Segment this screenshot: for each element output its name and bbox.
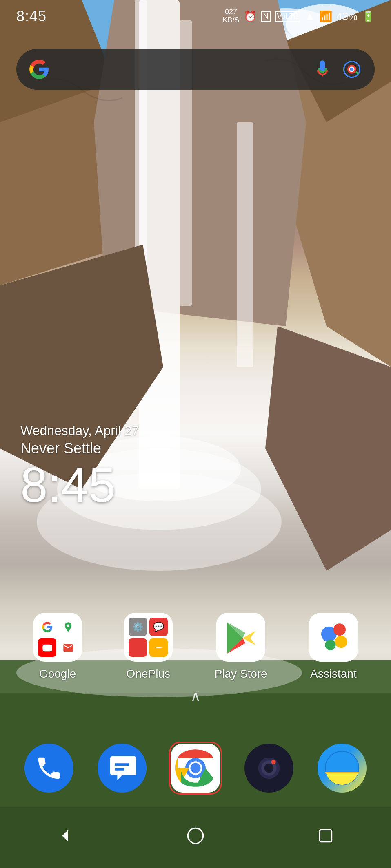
nav-home-button[interactable] [177, 817, 214, 858]
dock-weather[interactable] [315, 742, 369, 795]
oneplus-folder-icon: ⚙️ 💬 − [124, 613, 173, 662]
svg-point-27 [335, 636, 347, 648]
google-folder-icon [33, 613, 82, 662]
dock-chrome[interactable] [169, 742, 222, 795]
nav-recents-button[interactable] [307, 817, 344, 858]
battery-level: 43% [336, 10, 358, 23]
svg-rect-40 [325, 773, 359, 785]
app-playstore[interactable]: Play Store [215, 613, 267, 680]
wifi-icon: ▲ [304, 10, 315, 23]
clock-motto: Never Settle [20, 440, 139, 457]
dock-camera[interactable] [242, 742, 295, 795]
google-folder-label: Google [39, 667, 76, 680]
oneplus-folder-label: OnePlus [127, 667, 170, 680]
app-drawer-arrow[interactable]: ∧ [190, 688, 201, 705]
signal-icon: 📶 [319, 10, 332, 23]
svg-rect-43 [320, 830, 332, 841]
battery-icon: 🔋 [362, 10, 375, 23]
volte-icon: VoLTE [275, 11, 301, 22]
svg-point-26 [333, 623, 346, 636]
svg-marker-18 [265, 326, 391, 571]
svg-point-35 [264, 764, 273, 773]
clock-widget: Wednesday, April 27 Never Settle 8:45 [20, 423, 139, 509]
assistant-label: Assistant [310, 667, 357, 680]
nav-back-button[interactable] [47, 817, 84, 858]
svg-point-28 [325, 640, 335, 650]
status-bar: 8:45 027 KB/S ⏰ N VoLTE ▲ 📶 43% 🔋 [0, 0, 391, 33]
svg-point-42 [188, 828, 203, 844]
camera-icon [244, 744, 293, 793]
network-speed: 027 KB/S [222, 8, 239, 24]
assistant-icon [309, 613, 358, 662]
status-icons: 027 KB/S ⏰ N VoLTE ▲ 📶 43% 🔋 [222, 8, 375, 24]
clock-date: Wednesday, April 27 [20, 423, 139, 438]
messages-icon [98, 744, 147, 793]
svg-rect-16 [237, 122, 253, 367]
nfc-icon: N [261, 11, 271, 22]
status-time: 8:45 [16, 8, 47, 25]
app-assistant[interactable]: Assistant [309, 613, 358, 680]
clock-time: 8:45 [20, 460, 139, 509]
dock-messages[interactable] [96, 742, 149, 795]
bottom-dock [0, 742, 391, 795]
dock-phone[interactable] [22, 742, 76, 795]
app-oneplus[interactable]: ⚙️ 💬 − OnePlus [124, 613, 173, 680]
mic-icon[interactable] [312, 59, 333, 80]
playstore-label: Play Store [215, 667, 267, 680]
chrome-icon [171, 744, 220, 793]
google-search-bar[interactable] [16, 49, 375, 90]
lens-icon[interactable] [341, 59, 362, 80]
playstore-icon [216, 613, 265, 662]
alarm-icon: ⏰ [244, 10, 257, 23]
weather-icon [318, 744, 367, 793]
svg-point-36 [271, 760, 275, 764]
app-google[interactable]: Google [33, 613, 82, 680]
nav-bar [0, 807, 391, 868]
svg-point-24 [67, 624, 69, 627]
svg-point-31 [190, 763, 200, 773]
phone-icon [24, 744, 73, 793]
app-dock-row: Google ⚙️ 💬 − OnePlus [0, 613, 391, 680]
google-logo-icon [29, 59, 50, 80]
